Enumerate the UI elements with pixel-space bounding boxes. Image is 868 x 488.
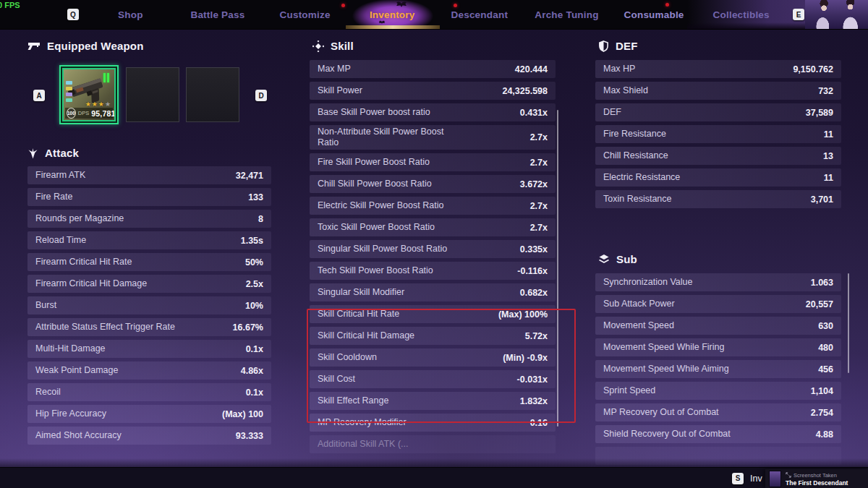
attack-header: Attack: [27, 147, 79, 159]
nav-tab-label: Consumable: [624, 9, 684, 20]
section-title: Attack: [45, 147, 79, 159]
sub-scrollbar[interactable]: [848, 273, 849, 373]
stat-value: 0.682x: [520, 288, 548, 298]
stat-row: Sprint Speed 1,104: [595, 382, 841, 400]
stat-row-partial: Additional Skill ATK (...: [310, 435, 556, 453]
weapon-slot-3[interactable]: [186, 67, 239, 122]
stat-row: Singular Skill Power Boost Ratio 0.335x: [310, 240, 556, 258]
stat-row: Reload Time 1.35s: [27, 231, 271, 249]
stat-label: Recoil: [35, 387, 61, 398]
stat-row: Fire Skill Power Boost Ratio 2.7x: [310, 153, 556, 171]
stat-row: Chill Resistance 13: [595, 147, 841, 165]
stat-label: Electric Resistance: [603, 172, 680, 183]
stat-label: DEF: [603, 107, 621, 118]
stat-row: Max MP 420.444: [310, 60, 556, 78]
stat-row: Movement Speed While Firing 480: [595, 338, 841, 356]
red-dot-decoration: [341, 4, 345, 7]
stat-label: Fire Resistance: [603, 129, 666, 140]
stat-label: Non-Attribute Skill Power Boost Ratio: [318, 127, 460, 148]
red-dot-decoration: [454, 4, 457, 7]
stat-value: 4.86x: [241, 366, 263, 376]
stat-value: 2.7x: [530, 223, 548, 233]
stat-value: 3,701: [811, 194, 833, 205]
bottom-fade: [0, 458, 868, 467]
key-hint-e: E: [793, 9, 804, 20]
stat-value: 2.7x: [530, 201, 548, 211]
stat-row: Fire Rate 133: [27, 188, 271, 206]
descendant-character-art: [805, 0, 868, 29]
nav-tab[interactable]: Consumable: [610, 0, 698, 29]
stat-label: Shield Recovery Out of Combat: [603, 429, 731, 440]
stat-label: Hip Fire Accuracy: [35, 408, 106, 419]
stat-value: 20,557: [806, 299, 833, 309]
stat-label: Aimed Shot Accuracy: [35, 430, 122, 441]
nav-tab[interactable]: Inventory: [349, 0, 436, 29]
stat-value: (Max) 100: [222, 409, 263, 419]
dps-label: DPS: [78, 110, 89, 116]
star-icon: ★: [92, 101, 98, 108]
stat-value: 133: [248, 192, 263, 202]
nav-tab[interactable]: Customize: [261, 0, 349, 29]
fps-counter: 0 FPS: [0, 1, 20, 9]
stat-value: 1,104: [811, 386, 833, 396]
nav-tab[interactable]: Arche Tuning: [523, 0, 610, 29]
key-hint-q: Q: [67, 9, 79, 20]
stat-label: Reload Time: [35, 235, 86, 246]
stat-row: Non-Attribute Skill Power Boost Ratio 2.…: [310, 125, 556, 150]
top-nav-tabs: Shop Battle Pass Customize Inventory Des…: [87, 0, 785, 29]
nav-tab[interactable]: Battle Pass: [174, 0, 262, 29]
bat-icon: [394, 1, 409, 8]
stat-value: 1.063: [811, 278, 833, 288]
stat-row: Burst 10%: [27, 296, 271, 314]
toast-title: Screenshot Taken: [793, 472, 837, 479]
stat-row: Rounds per Magazine 8: [27, 210, 271, 228]
stat-label: Firearm Critical Hit Rate: [35, 257, 132, 267]
nav-tab[interactable]: Collectibles: [697, 0, 785, 29]
stat-label: Sub Attack Power: [603, 299, 675, 309]
weapon-slot-2[interactable]: [126, 67, 179, 122]
inventory-close-hint[interactable]: S Inv: [732, 468, 762, 488]
stat-row: Movement Speed 630: [595, 317, 841, 335]
stat-row: Recoil 0.1x: [27, 383, 271, 401]
ammo-charge-bars: [103, 73, 109, 82]
stat-label: Movement Speed: [603, 320, 674, 331]
stat-value: 3.672x: [520, 179, 548, 189]
stat-row: Electric Resistance 11: [595, 168, 841, 187]
stat-value: 2.7x: [530, 132, 548, 142]
stat-label: Weak Point Damage: [35, 365, 118, 376]
stat-row: DEF 37,589: [595, 103, 841, 121]
stat-row: Toxin Resistance 3,701: [595, 190, 841, 208]
skill-diamond-icon: [312, 40, 324, 52]
game-screen: Q Shop Battle Pass Customize Inventory: [0, 0, 868, 488]
top-nav-bar: Q Shop Battle Pass Customize Inventory: [0, 0, 868, 30]
shield-icon: [598, 40, 609, 52]
stat-label: Toxic Skill Power Boost Ratio: [318, 222, 435, 233]
stat-value: 420.444: [515, 64, 548, 74]
stat-row: Hip Fire Accuracy (Max) 100: [27, 405, 271, 423]
star-icon: ★: [85, 101, 91, 108]
stat-row: Skill Power 24,325.598: [310, 82, 556, 100]
pistol-icon: [27, 41, 41, 51]
stat-row: Weak Point Damage 4.86x: [27, 361, 271, 380]
stat-value: 0.335x: [520, 244, 548, 254]
close-hint-label: Inv: [750, 474, 762, 484]
nav-tab[interactable]: Descendant: [436, 0, 524, 29]
stat-row: Firearm Critical Hit Damage 2.5x: [27, 275, 271, 293]
skill-header: Skill: [312, 40, 354, 52]
screenshot-thumbnail: [769, 471, 781, 487]
stat-value: 11: [824, 173, 833, 183]
weapon-slot-equipped[interactable]: ★★★★ 100 DPS 95,781: [59, 65, 119, 124]
stat-label: Singular Skill Power Boost Ratio: [318, 244, 447, 254]
stat-value: 11: [824, 129, 833, 140]
stat-row: Sub Attack Power 20,557: [595, 295, 841, 313]
bat-icon: [378, 20, 386, 25]
stat-row: Singular Skill Modifier 0.682x: [310, 283, 556, 301]
stat-label: Sprint Speed: [603, 385, 655, 396]
bottom-bar: S Inv Screenshot Taken The First Descend…: [0, 467, 868, 488]
stat-row: Electric Skill Power Boost Ratio 2.7x: [310, 197, 556, 215]
stat-row: Tech Skill Power Boost Ratio -0.116x: [310, 262, 556, 280]
stat-label: MP Recovery Out of Combat: [603, 407, 719, 418]
stat-row: Chill Skill Power Boost Ratio 3.672x: [310, 175, 556, 193]
screenshot-toast: Screenshot Taken The First Descendant: [765, 469, 868, 488]
nav-tab[interactable]: Shop: [87, 0, 174, 29]
